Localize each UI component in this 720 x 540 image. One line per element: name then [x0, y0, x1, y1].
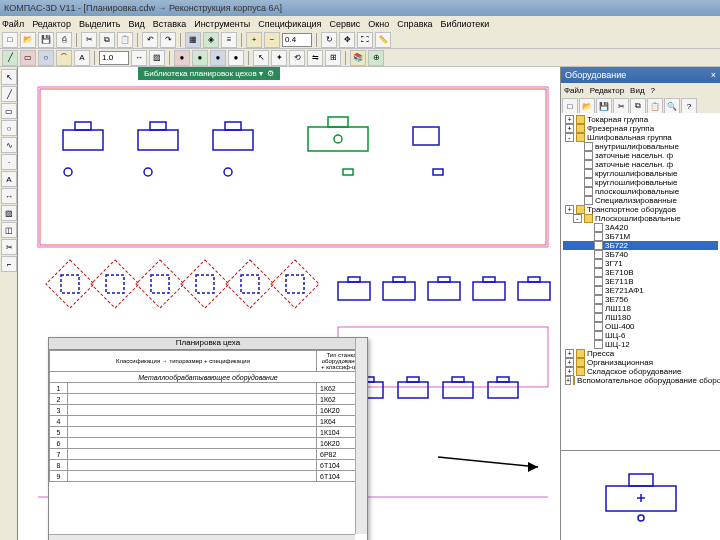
tree-item[interactable]: плоскошлифовальные	[563, 187, 718, 196]
tree-expand-icon[interactable]: +	[565, 115, 574, 124]
zoom-in-icon[interactable]: +	[246, 32, 262, 48]
spline-icon[interactable]: ∿	[1, 137, 17, 153]
insert-icon[interactable]: ⊕	[368, 50, 384, 66]
hatch2-icon[interactable]: ▨	[1, 205, 17, 221]
tree-item[interactable]: 3А420	[563, 223, 718, 232]
tree-item[interactable]: ШЦ-6	[563, 331, 718, 340]
circle-icon[interactable]: ○	[38, 50, 54, 66]
tree-expand-icon[interactable]: +	[565, 349, 574, 358]
tree-item[interactable]: 3Е721АФ1	[563, 286, 718, 295]
tree-item[interactable]: ЛШ118	[563, 304, 718, 313]
tree-item[interactable]: круглошлифовальные	[563, 169, 718, 178]
print-icon[interactable]: ⎙	[56, 32, 72, 48]
menu-tools[interactable]: Инструменты	[194, 19, 250, 29]
table-row[interactable]: 21К62	[50, 394, 367, 405]
tree-expand-icon[interactable]: +	[565, 376, 571, 385]
drawing-canvas[interactable]: Библиотека планировок цехов ▾ ⚙	[18, 67, 560, 540]
black-icon[interactable]: ●	[228, 50, 244, 66]
tree-item[interactable]: +Вспомогательное оборудование сборочно	[563, 376, 718, 385]
panel-menu-help[interactable]: ?	[651, 86, 655, 95]
lib-icon[interactable]: 📚	[350, 50, 366, 66]
hatch-icon[interactable]: ▨	[149, 50, 165, 66]
tree-item[interactable]: внутришлифовальные	[563, 142, 718, 151]
spec-table-panel[interactable]: Планировка цеха Классификация → типоразм…	[48, 337, 368, 540]
open-icon[interactable]: 📂	[20, 32, 36, 48]
new-icon[interactable]: □	[2, 32, 18, 48]
tree-new-icon[interactable]: □	[562, 98, 578, 114]
fillet-icon[interactable]: ⌐	[1, 256, 17, 272]
tree-item[interactable]: 3Е711В	[563, 277, 718, 286]
menu-file[interactable]: Файл	[2, 19, 24, 29]
tree-expand-icon[interactable]: -	[573, 214, 582, 223]
grid-icon[interactable]: ▦	[185, 32, 201, 48]
tree-find-icon[interactable]: 🔍	[664, 98, 680, 114]
tree-item[interactable]: +Фрезерная группа	[563, 124, 718, 133]
pan-icon[interactable]: ✥	[339, 32, 355, 48]
tree-cut-icon[interactable]: ✂	[613, 98, 629, 114]
rect-icon[interactable]: ▭	[20, 50, 36, 66]
layers-icon[interactable]: ≡	[221, 32, 237, 48]
table-row[interactable]: 616К20	[50, 438, 367, 449]
cut-icon[interactable]: ✂	[81, 32, 97, 48]
menu-select[interactable]: Выделить	[79, 19, 121, 29]
rotate-icon[interactable]: ⟲	[289, 50, 305, 66]
tree-item[interactable]: 3Б722	[563, 241, 718, 250]
line-icon[interactable]: ╱	[2, 50, 18, 66]
paste-icon[interactable]: 📋	[117, 32, 133, 48]
tree-item[interactable]: ОШ-400	[563, 322, 718, 331]
tree-expand-icon[interactable]: +	[565, 367, 574, 376]
tree-item[interactable]: 3Е710В	[563, 268, 718, 277]
pointer-icon[interactable]: ↖	[1, 69, 17, 85]
tree-item[interactable]: 3Б71М	[563, 232, 718, 241]
table-row[interactable]: 316К20	[50, 405, 367, 416]
menu-help[interactable]: Справка	[397, 19, 432, 29]
tree-item[interactable]: ШЦ-12	[563, 340, 718, 349]
tree-expand-icon[interactable]: +	[565, 205, 574, 214]
table-row[interactable]: 41К64	[50, 416, 367, 427]
tree-item[interactable]: +Пресса	[563, 349, 718, 358]
tree-item[interactable]: -Шлифовальная группа	[563, 133, 718, 142]
panel-menu-file[interactable]: Файл	[564, 86, 584, 95]
tree-item[interactable]: заточные насельн. ф	[563, 160, 718, 169]
tree-item[interactable]: +Организационная	[563, 358, 718, 367]
arc-icon[interactable]: ⌒	[56, 50, 72, 66]
table-row[interactable]: 76Р82	[50, 449, 367, 460]
menu-libraries[interactable]: Библиотеки	[441, 19, 490, 29]
tree-item[interactable]: круглошлифовальные	[563, 178, 718, 187]
tree-item[interactable]: +Токарная группа	[563, 115, 718, 124]
tree-open-icon[interactable]: 📂	[579, 98, 595, 114]
tree-help-icon[interactable]: ?	[681, 98, 697, 114]
move-icon[interactable]: ✦	[271, 50, 287, 66]
menu-insert[interactable]: Вставка	[153, 19, 186, 29]
table-row[interactable]: 96Т104	[50, 471, 367, 482]
rect2-icon[interactable]: ▭	[1, 103, 17, 119]
zoom-out-icon[interactable]: −	[264, 32, 280, 48]
fit-icon[interactable]: ⛶	[357, 32, 373, 48]
text-icon[interactable]: A	[74, 50, 90, 66]
tree-item[interactable]: Специализированные	[563, 196, 718, 205]
dim2-icon[interactable]: ↔	[1, 188, 17, 204]
scale-input[interactable]	[99, 51, 129, 65]
menu-spec[interactable]: Спецификация	[258, 19, 321, 29]
tree-item[interactable]: 3Е756	[563, 295, 718, 304]
tree-expand-icon[interactable]: +	[565, 124, 574, 133]
tree-item[interactable]: -Плоскошлифовальные	[563, 214, 718, 223]
panel-menu-edit[interactable]: Редактор	[590, 86, 624, 95]
tree-copy-icon[interactable]: ⧉	[630, 98, 646, 114]
table-scrollbar-v[interactable]	[355, 338, 367, 534]
array-icon[interactable]: ⊞	[325, 50, 341, 66]
panel-close-icon[interactable]: ×	[711, 70, 716, 80]
table-row[interactable]: 51К104	[50, 427, 367, 438]
tree-save-icon[interactable]: 💾	[596, 98, 612, 114]
zoom-input[interactable]	[282, 33, 312, 47]
save-icon[interactable]: 💾	[38, 32, 54, 48]
menu-window[interactable]: Окно	[368, 19, 389, 29]
table-row[interactable]: 86Т104	[50, 460, 367, 471]
table-scrollbar-h[interactable]	[49, 534, 355, 540]
menu-service[interactable]: Сервис	[330, 19, 361, 29]
tree-paste-icon[interactable]: 📋	[647, 98, 663, 114]
tree-item[interactable]: 3Г71	[563, 259, 718, 268]
tree-expand-icon[interactable]: -	[565, 133, 574, 142]
tree-item[interactable]: +Транспортное оборудов	[563, 205, 718, 214]
panel-menu-view[interactable]: Вид	[630, 86, 644, 95]
